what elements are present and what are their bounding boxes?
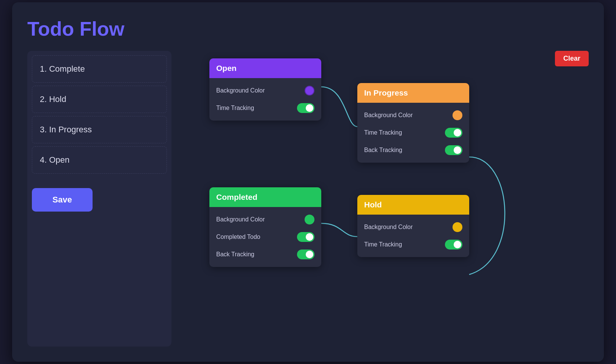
node-completed: Completed Background Color Completed Tod… xyxy=(209,187,321,267)
open-time-tracking-toggle[interactable] xyxy=(297,103,314,113)
node-hold-row-bgcolor: Background Color xyxy=(357,218,469,236)
node-open-body: Background Color Time Tracking xyxy=(209,78,321,121)
node-open-header: Open xyxy=(209,58,321,78)
node-inprogress-row-backtrack: Back Tracking xyxy=(357,141,469,159)
completed-back-tracking-toggle[interactable] xyxy=(297,249,314,259)
hold-color-dot[interactable] xyxy=(453,222,462,232)
sidebar-item-in-progress[interactable]: 3. In Progress xyxy=(32,116,167,143)
node-inprogress-row-bgcolor: Background Color xyxy=(357,107,469,124)
completed-color-dot[interactable] xyxy=(305,215,314,224)
inprogress-time-tracking-toggle[interactable] xyxy=(445,128,462,138)
node-inprogress-row-timetrack: Time Tracking xyxy=(357,124,469,141)
node-completed-row-todo: Completed Todo xyxy=(209,228,321,246)
node-completed-header: Completed xyxy=(209,187,321,207)
inprogress-back-tracking-toggle[interactable] xyxy=(445,145,462,155)
node-hold-header: Hold xyxy=(357,195,469,215)
node-in-progress-body: Background Color Time Tracking Back Trac… xyxy=(357,103,469,163)
sidebar: 1. Complete 2. Hold 3. In Progress 4. Op… xyxy=(27,51,171,347)
hold-time-tracking-toggle[interactable] xyxy=(445,240,462,249)
inprogress-time-tracking-knob xyxy=(454,129,461,136)
hold-time-tracking-knob xyxy=(454,241,461,248)
node-in-progress: In Progress Background Color Time Tracki… xyxy=(357,83,469,163)
node-completed-row-bgcolor: Background Color xyxy=(209,211,321,228)
clear-button[interactable]: Clear xyxy=(555,51,589,66)
node-open: Open Background Color Time Tracking xyxy=(209,58,321,121)
main-layout: 1. Complete 2. Hold 3. In Progress 4. Op… xyxy=(27,51,589,347)
open-time-tracking-knob xyxy=(306,104,313,112)
flow-canvas: Clear Open Background Color xyxy=(171,51,589,347)
app-container: Todo Flow 1. Complete 2. Hold 3. In Prog… xyxy=(12,2,604,362)
node-hold-row-timetrack: Time Tracking xyxy=(357,236,469,253)
node-completed-row-backtrack: Back Tracking xyxy=(209,246,321,263)
page-title: Todo Flow xyxy=(27,17,589,40)
completed-todo-knob xyxy=(306,233,313,241)
node-completed-body: Background Color Completed Todo Back Tra… xyxy=(209,207,321,267)
node-hold: Hold Background Color Time Tracking xyxy=(357,195,469,257)
sidebar-item-hold[interactable]: 2. Hold xyxy=(32,86,167,113)
node-open-row-bgcolor: Background Color xyxy=(209,82,321,99)
completed-back-tracking-knob xyxy=(306,251,313,258)
node-open-row-timetrack: Time Tracking xyxy=(209,99,321,117)
node-in-progress-header: In Progress xyxy=(357,83,469,103)
sidebar-item-complete[interactable]: 1. Complete xyxy=(32,55,167,83)
save-button[interactable]: Save xyxy=(32,188,93,212)
inprogress-back-tracking-knob xyxy=(454,146,461,154)
open-color-dot[interactable] xyxy=(305,86,314,96)
inprogress-color-dot[interactable] xyxy=(453,110,462,120)
node-hold-body: Background Color Time Tracking xyxy=(357,215,469,257)
completed-todo-toggle[interactable] xyxy=(297,232,314,242)
sidebar-item-open[interactable]: 4. Open xyxy=(32,146,167,174)
